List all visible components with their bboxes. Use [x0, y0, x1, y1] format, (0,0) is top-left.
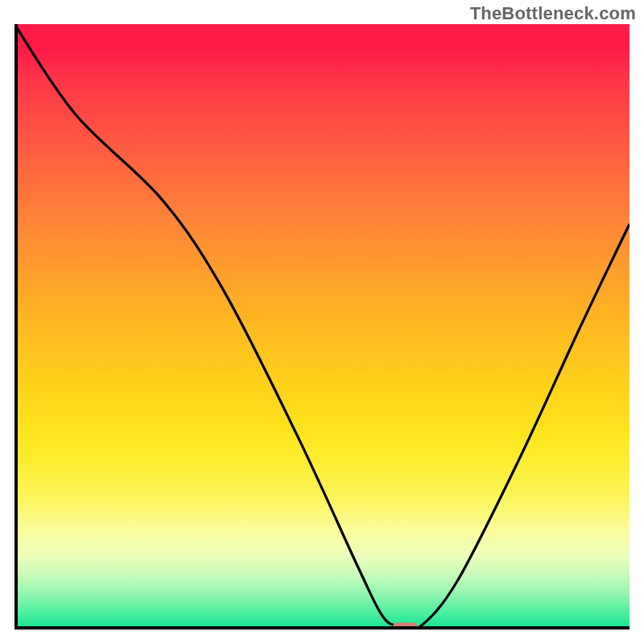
- optimal-marker: [393, 622, 418, 630]
- watermark-text: TheBottleneck.com: [470, 3, 636, 24]
- plot-area: [14, 24, 630, 630]
- chart-container: TheBottleneck.com: [0, 0, 644, 644]
- bottleneck-curve: [14, 24, 630, 630]
- curve-svg: [14, 24, 630, 630]
